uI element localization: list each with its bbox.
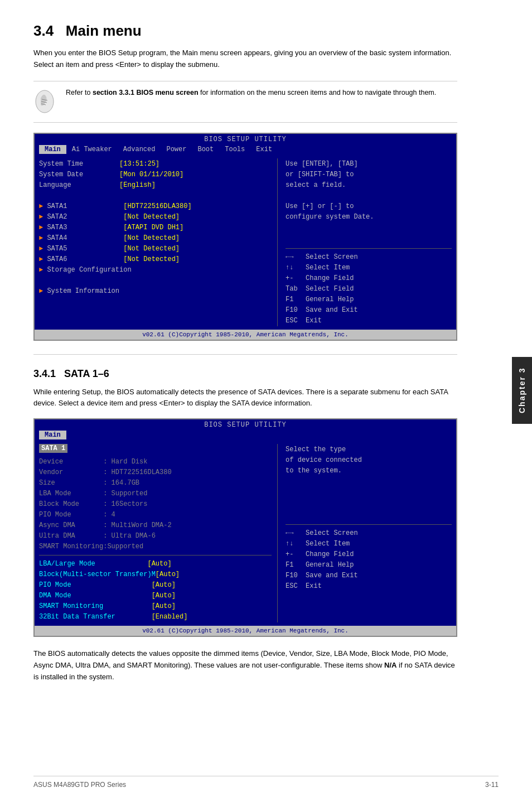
bios-sata4: ► SATA4 [Not Detected] <box>39 233 272 243</box>
bios-sata-nav-change: +- Change Field <box>286 549 452 559</box>
bios-nav-change: +- Change Field <box>286 273 452 283</box>
sata-ultra-dma: Ultra DMA : Ultra DMA-6 <box>39 531 272 541</box>
bios-help-text: Use [ENTER], [TAB] or [SHIFT-TAB] to sel… <box>286 159 452 222</box>
sata-block-multi: Block(Multi-sector Transfer)M[Auto] <box>39 569 272 579</box>
bios-sata-title: BIOS SETUP UTILITY <box>35 419 456 429</box>
bios-nav-f10: F10 Save and Exit <box>286 305 452 315</box>
sata-pio-mode-cfg: PIO Mode [Auto] <box>39 580 272 590</box>
bios-sata6: ► SATA6 [Not Detected] <box>39 254 272 264</box>
bios-menu-tools[interactable]: Tools <box>219 145 250 154</box>
chapter-label: Chapter 3 <box>512 357 532 424</box>
bios-menu-ai-tweaker[interactable]: Ai Tweaker <box>66 145 118 154</box>
section-title: 3.4 Main menu <box>33 22 457 40</box>
bios-sata-nav-item: ↑↓ Select Item <box>286 539 452 549</box>
bios-sata2: ► SATA2 [Not Detected] <box>39 212 272 222</box>
sata-smart-cfg: SMART Monitoring [Auto] <box>39 601 272 611</box>
bios-sata5: ► SATA5 [Not Detected] <box>39 244 272 254</box>
sata-dma-mode: DMA Mode [Auto] <box>39 591 272 601</box>
bios-menu-main[interactable]: Main <box>39 145 66 154</box>
sata-vendor: Vendor : HDT722516DLA380 <box>39 467 272 477</box>
bios-sata-nav-esc: ESC Exit <box>286 581 452 591</box>
bios-sata1: ► SATA1 [HDT722516DLA380] <box>39 201 272 211</box>
bios-title: BIOS SETUP UTILITY <box>35 134 456 144</box>
bios-system-info: ► System Information <box>39 286 272 296</box>
bios-system-time: System Time [13:51:25] <box>39 159 272 169</box>
sata-smart: SMART Monitoring:Supported <box>39 542 272 552</box>
bios-menu-power[interactable]: Power <box>161 145 192 154</box>
bios-sata-nav-screen: ←→ Select Screen <box>286 528 452 538</box>
bios-system-date: System Date [Mon 01/11/2010] <box>39 170 272 180</box>
bios-sata3: ► SATA3 [ATAPI DVD DH1] <box>39 223 272 233</box>
footer-right: 3-11 <box>485 781 499 789</box>
note-icon <box>33 88 58 117</box>
bottom-text: The BIOS automatically detects the value… <box>33 648 457 683</box>
bios-sata-body: SATA 1 Device : Hard Disk Vendor : HDT72… <box>35 441 456 626</box>
footer-left: ASUS M4A89GTD PRO Series <box>33 781 126 789</box>
note-text: Refer to section 3.3.1 BIOS menu screen … <box>66 87 436 98</box>
bios-sata-menu-bar: Main <box>35 429 456 441</box>
bios-sata-nav-f1: F1 General Help <box>286 560 452 570</box>
sata-section-header: SATA 1 <box>39 444 67 453</box>
bios-menu-bar: Main Ai Tweaker Advanced Power Boot Tool… <box>35 144 456 155</box>
bios-sata-footer: v02.61 (C)Copyright 1985-2010, American … <box>35 626 456 636</box>
bios-sata-right: Select the type of device connected to t… <box>277 444 452 622</box>
sata-async-dma: Async DMA : MultiWord DMA-2 <box>39 520 272 530</box>
divider-1 <box>33 354 457 355</box>
bios-sata-menu-main[interactable]: Main <box>39 431 66 439</box>
page-footer: ASUS M4A89GTD PRO Series 3-11 <box>33 776 499 789</box>
bios-nav-screen: ←→ Select Screen <box>286 252 452 262</box>
bios-menu-exit[interactable]: Exit <box>250 145 278 154</box>
bios-language: Language [English] <box>39 180 272 190</box>
bios-main-footer: v02.61 (C)Copyright 1985-2010, American … <box>35 330 456 340</box>
note-box: Refer to section 3.3.1 BIOS menu screen … <box>33 81 457 123</box>
sata-pio-mode: PIO Mode : 4 <box>39 510 272 520</box>
subsection-title: 3.4.1 SATA 1–6 <box>33 368 457 380</box>
sata-block-mode: Block Mode : 16Sectors <box>39 499 272 509</box>
bios-main-screen: BIOS SETUP UTILITY Main Ai Tweaker Advan… <box>33 133 457 341</box>
section-intro: When you enter the BIOS Setup program, t… <box>33 47 457 71</box>
bios-menu-advanced[interactable]: Advanced <box>118 145 161 154</box>
bios-nav-f1: F1 General Help <box>286 294 452 305</box>
bios-main-left: System Time [13:51:25] System Date [Mon … <box>39 158 272 326</box>
sata-lba-mode: LBA Mode : Supported <box>39 489 272 499</box>
sata-32bit: 32Bit Data Transfer [Enabled] <box>39 612 272 622</box>
bios-nav-tab: Tab Select Field <box>286 284 452 294</box>
bios-menu-boot[interactable]: Boot <box>192 145 219 154</box>
bios-storage-config: ► Storage Configuration <box>39 265 272 275</box>
subsection-intro: While entering Setup, the BIOS automatic… <box>33 386 457 410</box>
bios-main-right: Use [ENTER], [TAB] or [SHIFT-TAB] to sel… <box>277 158 452 326</box>
bios-sata-help: Select the type of device connected to t… <box>286 445 452 476</box>
bios-sata-screen: BIOS SETUP UTILITY Main SATA 1 Device : … <box>33 418 457 637</box>
bios-sata-left: SATA 1 Device : Hard Disk Vendor : HDT72… <box>39 444 272 622</box>
bios-nav-item: ↑↓ Select Item <box>286 263 452 273</box>
sata-device: Device : Hard Disk <box>39 457 272 467</box>
sata-size: Size : 164.7GB <box>39 478 272 488</box>
bios-main-body: System Time [13:51:25] System Date [Mon … <box>35 155 456 330</box>
bios-nav-esc: ESC Exit <box>286 316 452 326</box>
sata-lba-large: LBA/Large Mode [Auto] <box>39 559 272 569</box>
bios-sata-nav-f10: F10 Save and Exit <box>286 571 452 581</box>
